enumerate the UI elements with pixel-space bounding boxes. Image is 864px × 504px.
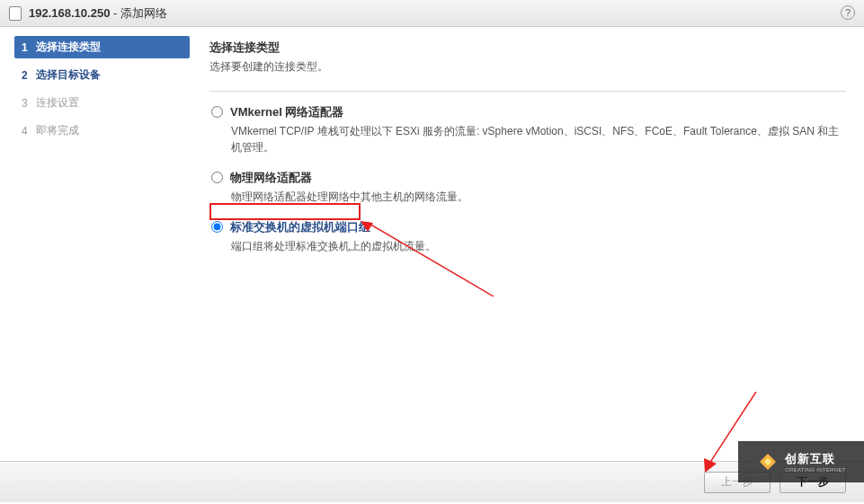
radio-row[interactable]: VMkernel 网络适配器 (211, 104, 846, 120)
page-subtitle: 选择要创建的连接类型。 (209, 59, 846, 75)
wizard-step-connection-settings: 3 连接设置 (14, 92, 190, 114)
divider (209, 91, 846, 92)
step-label: 选择连接类型 (36, 40, 101, 55)
next-button[interactable]: 下一步 (779, 472, 846, 493)
wizard-content: 选择连接类型 选择要创建的连接类型。 VMkernel 网络适配器 VMkern… (190, 27, 864, 461)
connection-type-radios: VMkernel 网络适配器 VMkernel TCP/IP 堆栈可处理以下 E… (211, 104, 846, 254)
titlebar: 192.168.10.250 - 添加网络 ? (0, 0, 864, 27)
window-host: 192.168.10.250 (29, 6, 110, 20)
radio-option-vmkernel: VMkernel 网络适配器 VMkernel TCP/IP 堆栈可处理以下 E… (211, 104, 846, 155)
radio-label: 标准交换机的虚拟机端口组 (230, 219, 370, 235)
wizard-step-ready-complete: 4 即将完成 (14, 119, 190, 142)
radio-row[interactable]: 物理网络适配器 (211, 170, 846, 186)
help-icon[interactable]: ? (841, 5, 855, 20)
step-num: 4 (22, 125, 36, 137)
radio-desc: 端口组将处理标准交换机上的虚拟机流量。 (231, 238, 846, 254)
radio-option-physical: 物理网络适配器 物理网络适配器处理网络中其他主机的网络流量。 (211, 170, 846, 205)
radio-vmkernel[interactable] (211, 106, 223, 118)
body-area: 1 选择连接类型 2 选择目标设备 3 连接设置 4 即将完成 选择连接类型 选… (0, 27, 864, 461)
wizard-step-target-device[interactable]: 2 选择目标设备 (14, 64, 190, 86)
step-num: 1 (22, 41, 36, 54)
window-title-suffix: - 添加网络 (110, 6, 167, 20)
step-num: 3 (22, 97, 36, 110)
step-label: 选择目标设备 (36, 67, 101, 83)
window-title: 192.168.10.250 - 添加网络 (29, 5, 167, 22)
step-num: 2 (22, 69, 36, 82)
host-icon (9, 6, 22, 21)
radio-desc: VMkernel TCP/IP 堆栈可处理以下 ESXi 服务的流量: vSph… (231, 123, 846, 155)
radio-portgroup[interactable] (211, 221, 223, 233)
back-button: 上一步 (704, 472, 770, 493)
radio-label: 物理网络适配器 (230, 170, 312, 186)
wizard-step-connection-type[interactable]: 1 选择连接类型 (14, 36, 190, 58)
step-label: 连接设置 (36, 95, 79, 111)
radio-physical[interactable] (211, 172, 223, 183)
page-title: 选择连接类型 (209, 40, 846, 56)
radio-desc: 物理网络适配器处理网络中其他主机的网络流量。 (231, 189, 846, 205)
wizard-footer: 上一步 下一步 (0, 461, 864, 502)
wizard-sidebar: 1 选择连接类型 2 选择目标设备 3 连接设置 4 即将完成 (0, 27, 190, 461)
radio-label: VMkernel 网络适配器 (230, 104, 343, 120)
radio-row[interactable]: 标准交换机的虚拟机端口组 (211, 219, 846, 235)
step-label: 即将完成 (36, 123, 79, 138)
radio-option-portgroup: 标准交换机的虚拟机端口组 端口组将处理标准交换机上的虚拟机流量。 (211, 219, 846, 254)
